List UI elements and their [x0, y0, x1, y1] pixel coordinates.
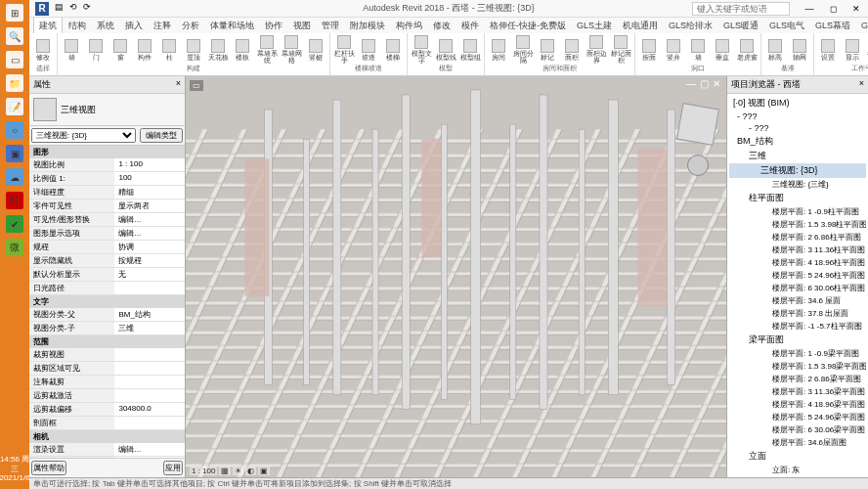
prop-row[interactable]: 视图分类-父BM_结构 — [29, 308, 185, 322]
close-icon[interactable]: × — [176, 78, 181, 91]
tree-node[interactable]: 楼层平面: 34.6 屋面 — [729, 294, 866, 307]
prop-row[interactable]: 裁剪视图 — [29, 348, 185, 362]
tree-node[interactable]: 楼层平面: 37.8 出屋面 — [729, 307, 866, 320]
ribbon-button[interactable]: 房间分隔 — [512, 35, 534, 64]
qat-item[interactable]: ⟲ — [69, 2, 77, 16]
ribbon-tab[interactable]: 格伸任-快捷-免费版 — [485, 18, 571, 33]
ribbon-button[interactable]: 墙 — [61, 35, 82, 64]
view-tool-icon[interactable]: ▦ — [219, 467, 231, 475]
prop-value[interactable]: 304800.0 — [114, 403, 185, 416]
ribbon-button[interactable]: 竖梃 — [305, 35, 326, 64]
wechat-icon[interactable]: 微 — [6, 239, 23, 256]
ribbon-button[interactable]: 天花板 — [207, 35, 229, 64]
close-icon[interactable]: ✕ — [713, 78, 720, 89]
task-icon[interactable]: ▭ — [6, 51, 23, 68]
prop-value[interactable]: 三维 — [114, 322, 185, 334]
ribbon-button[interactable]: 垂直 — [712, 35, 733, 64]
nav-wheel-icon[interactable] — [687, 155, 709, 176]
prop-value[interactable]: 精细 — [114, 186, 185, 199]
ribbon-button[interactable]: 设置 — [817, 35, 839, 64]
app-icon[interactable]: ▣ — [6, 145, 23, 162]
app-icon[interactable]: ✔ — [6, 215, 23, 233]
tree-node[interactable]: 楼层平面: 1.5 3.98梁平面图 — [729, 360, 866, 373]
prop-value[interactable]: 100 — [114, 172, 185, 185]
ribbon-button[interactable]: 栏杆扶手 — [333, 35, 355, 64]
ribbon-button[interactable]: 屋顶 — [183, 35, 204, 64]
ribbon-button[interactable]: 标记面积 — [610, 35, 631, 64]
instance-selector[interactable]: 三维视图: {3D} — [31, 128, 136, 143]
ribbon-button[interactable]: 轴网 — [789, 35, 810, 64]
tree-node[interactable]: 楼层平面: 5 24.96梁平面图 — [729, 411, 866, 423]
ribbon-tab[interactable]: 修改 — [428, 18, 456, 33]
prop-row[interactable]: 剖面框 — [29, 417, 185, 430]
ribbon-tab[interactable]: 注释 — [149, 18, 176, 33]
prop-row[interactable]: 可见性/图形替换编辑... — [29, 213, 185, 227]
ribbon-tab[interactable]: GLS出图 — [856, 18, 868, 33]
prop-row[interactable]: 零件可见性显示两者 — [29, 200, 185, 213]
start-icon[interactable]: ⊞ — [6, 4, 23, 22]
minimize-icon[interactable]: — — [798, 0, 821, 18]
view-tool-icon[interactable]: ▣ — [258, 467, 270, 475]
tree-node[interactable]: 立面 — [729, 449, 866, 464]
tree-node[interactable]: 楼层平面: 1.5 3.98柱平面图 — [729, 218, 866, 231]
tree-node[interactable]: 楼层平面: 2 6.86柱平面图 — [729, 231, 866, 244]
prop-row[interactable]: 注释裁剪 — [29, 376, 185, 389]
ribbon-button[interactable]: 模型线 — [435, 35, 456, 64]
tree-node[interactable]: 三维视图: {3D} — [729, 163, 866, 178]
close-icon[interactable]: × — [859, 78, 864, 91]
tree-node[interactable]: BM_结构 — [729, 134, 866, 149]
prop-group-header[interactable]: 相机 — [29, 430, 185, 443]
apply-button[interactable]: 应用 — [163, 461, 183, 475]
ribbon-tab[interactable]: 模件 — [456, 18, 484, 33]
ribbon-tab[interactable]: GLS暖通 — [718, 18, 763, 33]
ribbon-tab[interactable]: 视图 — [288, 18, 316, 33]
tree-node[interactable]: 立面: 东 — [729, 464, 866, 476]
edit-type-button[interactable]: 编辑类型 — [140, 128, 183, 143]
prop-row[interactable]: 裁剪区域可见 — [29, 362, 185, 376]
clock[interactable]: 14:56 周三 2021/1/6 — [0, 455, 30, 483]
prop-group-header[interactable]: 范围 — [29, 335, 185, 348]
ribbon-tab[interactable]: GLS土建 — [572, 18, 617, 33]
prop-value[interactable]: 协调 — [114, 241, 185, 253]
ribbon-button[interactable]: 墙 — [687, 35, 709, 64]
ribbon-button[interactable]: 柱 — [158, 35, 180, 64]
help-search-input[interactable] — [692, 2, 790, 16]
ribbon-tab[interactable]: 分析 — [177, 18, 204, 33]
ribbon-button[interactable]: 显示 — [842, 35, 863, 64]
search-icon[interactable]: 🔍 — [6, 27, 23, 45]
ribbon-button[interactable]: 楼梯 — [382, 35, 404, 64]
ribbon-button[interactable]: 幕墙网格 — [281, 35, 302, 64]
ribbon-button[interactable]: 面积 — [561, 35, 583, 64]
tree-node[interactable]: 三维 — [729, 149, 866, 163]
tree-node[interactable]: 楼层平面: 1 -0.9柱平面图 — [729, 205, 866, 218]
ribbon-tab[interactable]: 机电通用 — [618, 18, 663, 33]
tree-node[interactable]: 楼层平面: -1 -5.7柱平面图 — [729, 320, 866, 333]
qat-item[interactable]: ⟳ — [83, 2, 91, 16]
prop-row[interactable]: 远剪裁偏移304800.0 — [29, 403, 185, 417]
app-icon[interactable]: ○ — [6, 121, 23, 139]
prop-value[interactable]: BM_结构 — [114, 308, 185, 321]
scale-label[interactable]: 1 : 100 — [190, 467, 217, 475]
tree-node[interactable]: 楼层平面: 4 18.96柱平面图 — [729, 256, 866, 269]
minimize-icon[interactable]: — — [686, 78, 696, 89]
ribbon-button[interactable]: 坡道 — [358, 35, 379, 64]
ribbon-tab[interactable]: 协作 — [260, 18, 287, 33]
prop-value[interactable]: 1 : 100 — [114, 158, 185, 171]
prop-value[interactable]: 编辑... — [114, 213, 185, 226]
ribbon-button[interactable]: 房间 — [488, 35, 509, 64]
ribbon-tab[interactable]: GLS电气 — [764, 18, 809, 33]
ribbon-button[interactable]: 门 — [85, 35, 107, 64]
prop-row[interactable]: 渲染设置编辑... — [29, 443, 185, 457]
prop-value[interactable] — [114, 362, 185, 375]
tree-node[interactable]: 楼层平面: 1 -0.9梁平面图 — [729, 347, 866, 360]
model-canvas[interactable] — [186, 76, 726, 477]
ribbon-tab[interactable]: GLS给排水 — [664, 18, 717, 33]
tree-node[interactable]: 楼层平面: 6 30.06柱平面图 — [729, 282, 866, 294]
tree-node[interactable]: 楼层平面: 6 30.06梁平面图 — [729, 423, 866, 436]
tree-node[interactable]: 楼层平面: 2 6.86梁平面图 — [729, 373, 866, 385]
ribbon-button[interactable]: 面积边界 — [586, 35, 607, 64]
app-icon[interactable]: ☁ — [6, 168, 23, 186]
prop-row[interactable]: 视图分类-子三维 — [29, 322, 185, 335]
ribbon-button[interactable]: 窗 — [109, 35, 131, 64]
ribbon-tab[interactable]: 插入 — [120, 18, 148, 33]
